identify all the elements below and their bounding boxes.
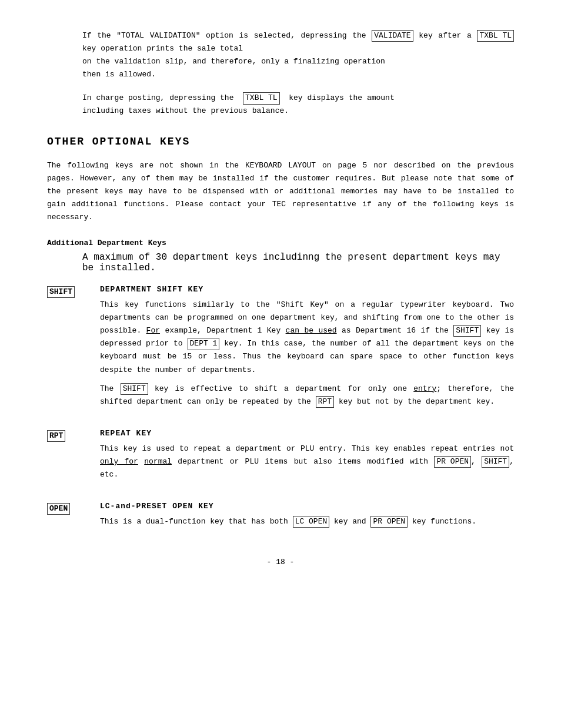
additional-dept-title: Additional Department Keys [47,239,514,247]
shift-para-1: This key functions similarly to the "Shi… [100,298,514,377]
shift-underline-entry: entry [413,384,436,393]
rpt-key-box: RPT [47,430,65,442]
rpt-underline-only-for: only for [100,457,138,466]
shift-key-title: DEPARTMENT SHIFT KEY [100,285,514,294]
rpt-para-1: This key is used to repeat a department … [100,442,514,481]
open-key-content: LC-and-PRESET OPEN KEY This is a dual-fu… [94,502,514,534]
shift-underline-can-be-used: can be used [286,326,337,335]
section-intro-text: The following keys are not shown in the … [47,159,514,224]
open-key-title: LC-and-PRESET OPEN KEY [100,502,514,511]
page: If the "TOTAL VALIDATION" option is sele… [0,0,561,728]
intro-section: If the "TOTAL VALIDATION" option is sele… [47,29,514,118]
shift-key-inline-2: SHIFT [121,383,148,395]
open-key-box: OPEN [47,503,70,515]
shift-key-inline-1: SHIFT [453,325,481,337]
txbl-tl-key-2: TXBL TL [243,92,280,104]
shift-key-section: SHIFT DEPARTMENT SHIFT KEY This key func… [47,285,514,414]
pr-open-key-1: PR OPEN [434,456,471,468]
shift-key-label: SHIFT [47,285,94,298]
section-intro: The following keys are not shown in the … [47,159,514,224]
section-heading: OTHER OPTIONAL KEYS [47,136,514,147]
additional-dept-text: A maximum of 30 department keys includin… [82,252,514,273]
rpt-key-inline: RPT [316,396,334,408]
additional-dept-body: A maximum of 30 department keys includin… [47,252,514,273]
shift-key-box: SHIFT [47,286,75,298]
page-number: - 18 - [47,558,514,566]
shift-key-content: DEPARTMENT SHIFT KEY This key functions … [94,285,514,414]
shift-key-rpt: SHIFT [482,456,509,468]
intro-para-1: If the "TOTAL VALIDATION" option is sele… [82,29,514,81]
rpt-key-content: REPEAT KEY This key is used to repeat a … [94,429,514,487]
open-key-section: OPEN LC-and-PRESET OPEN KEY This is a du… [47,502,514,534]
rpt-key-label: RPT [47,429,94,442]
rpt-key-title: REPEAT KEY [100,429,514,438]
pr-open-key-2: PR OPEN [370,516,408,528]
lc-open-key: LC OPEN [293,516,330,528]
rpt-underline-normal: normal [144,457,172,466]
open-para-1: This is a dual-function key that has bot… [100,515,514,528]
dept1-key: DEPT 1 [188,338,220,350]
shift-para-2: The SHIFT key is effective to shift a de… [100,383,514,408]
rpt-key-section: RPT REPEAT KEY This key is used to repea… [47,429,514,487]
validate-key: VALIDATE [372,30,413,42]
additional-dept-section: Additional Department Keys A maximum of … [47,239,514,273]
txbl-tl-key-1: TXBL TL [477,30,514,42]
open-key-label: OPEN [47,502,94,515]
shift-underline-for: For [146,326,160,335]
intro-para-2: In charge posting, depressing the TXBL T… [82,92,514,118]
